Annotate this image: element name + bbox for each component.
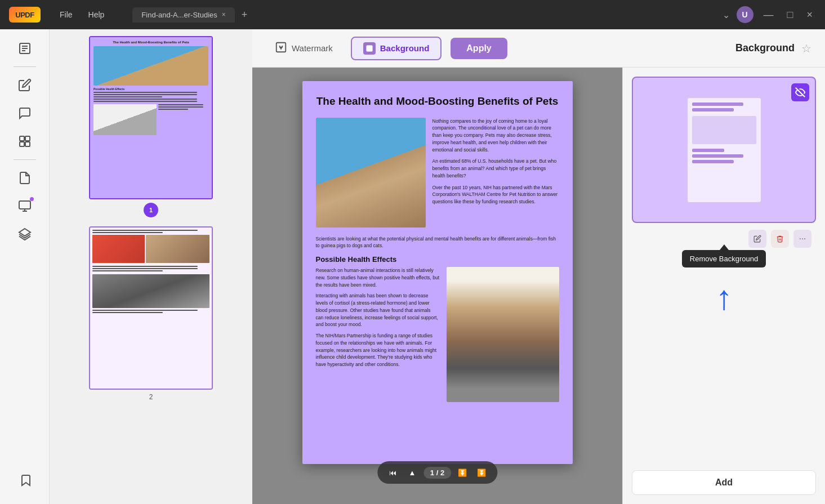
main-layout: The Health and Mood-Boosting Benefits of…: [0, 29, 825, 504]
svg-point-18: [804, 238, 805, 239]
pdf-viewer[interactable]: The Health and Mood-Boosting Benefits of…: [252, 68, 622, 504]
titlebar-right: ⌄ U — □ ×: [723, 6, 816, 23]
background-tool-label: Background: [380, 43, 430, 53]
svg-rect-6: [20, 142, 24, 146]
blue-arrow-container: ↑: [632, 281, 816, 466]
sidebar-bottom: [11, 468, 38, 497]
thumbnail-panel: The Health and Mood-Boosting Benefits of…: [50, 29, 252, 504]
watermark-tool-button[interactable]: Watermark: [266, 37, 342, 60]
sidebar-icon-tools[interactable]: [11, 194, 38, 218]
sidebar-divider-1: [14, 66, 36, 67]
apply-button[interactable]: Apply: [451, 38, 507, 59]
panel-title: Background: [735, 42, 795, 54]
svg-rect-14: [367, 45, 373, 51]
svg-rect-5: [25, 136, 30, 141]
pdf-bottom-row: Research on human-animal interactions is…: [316, 267, 559, 402]
blue-arrow-indicator: ↑: [716, 281, 733, 466]
delete-background-button[interactable]: [771, 230, 789, 248]
maximize-button[interactable]: □: [784, 8, 797, 22]
menu-bar: File Help: [54, 8, 110, 21]
thumb-image-1: [93, 46, 208, 86]
pdf-page-1: The Health and Mood-Boosting Benefits of…: [302, 81, 573, 464]
pdf-section-title: Possible Health Effects: [316, 255, 559, 264]
go-next-page-button[interactable]: ⏬: [454, 465, 470, 480]
sidebar-icon-bookmark[interactable]: [11, 468, 38, 493]
pdf-cat-image: [316, 118, 426, 228]
thumbnail-page-2[interactable]: 2: [56, 226, 246, 401]
watermark-label: Watermark: [292, 43, 333, 53]
go-last-page-button[interactable]: ⏬: [474, 465, 489, 480]
svg-rect-7: [25, 142, 30, 146]
pdf-scientists-text: Scientists are looking at what the poten…: [316, 235, 559, 250]
bg-preview-doc: [688, 98, 761, 202]
thumb-box-2[interactable]: [89, 226, 213, 390]
background-tool-button[interactable]: Background: [351, 37, 442, 60]
pdf-bottom-text: Research on human-animal interactions is…: [316, 267, 440, 402]
thumb-inner-2: [90, 228, 212, 389]
card-actions: [632, 228, 816, 250]
page-indicator[interactable]: 1 / 2: [423, 467, 451, 479]
thumb-inner-1: The Health and Mood-Boosting Benefits of…: [90, 37, 212, 198]
sidebar-icon-comment[interactable]: [11, 101, 38, 126]
edit-background-button[interactable]: [748, 230, 766, 248]
sidebar-icon-layers[interactable]: [11, 222, 38, 247]
pdf-page-title: The Health and Mood-Boosting Benefits of…: [316, 95, 559, 109]
background-tool-icon: [363, 42, 376, 55]
page-navigation: ⏮ ▲ 1 / 2 ⏬ ⏬: [377, 461, 497, 484]
menu-help[interactable]: Help: [83, 8, 110, 21]
thumb2-cat-img: [92, 274, 209, 308]
app-logo: UPDF: [9, 7, 41, 23]
toggle-visibility-button[interactable]: [791, 83, 809, 101]
background-preview-card: [632, 77, 816, 223]
svg-point-17: [802, 238, 803, 239]
tab-add-button[interactable]: +: [239, 9, 250, 21]
sidebar-icon-reader[interactable]: [11, 36, 38, 61]
thumb2-dog-img: [146, 235, 209, 263]
content-area: Watermark Background Apply Background ☆: [252, 29, 825, 504]
titlebar: UPDF File Help Find-and-A...er-Studies ×…: [0, 0, 825, 29]
menu-file[interactable]: File: [54, 8, 78, 21]
sidebar-icon-pages[interactable]: [11, 166, 38, 190]
watermark-icon: [275, 41, 287, 55]
go-first-page-button[interactable]: ⏮: [385, 465, 401, 480]
more-options-button[interactable]: [793, 230, 811, 248]
tab-label: Find-and-A...er-Studies: [141, 11, 217, 19]
thumb-box-1[interactable]: The Health and Mood-Boosting Benefits of…: [89, 36, 213, 199]
right-panel: Remove Background ↑ Add: [622, 68, 825, 504]
sidebar-icon-edit[interactable]: [11, 73, 38, 97]
tab-document[interactable]: Find-and-A...er-Studies ×: [132, 7, 234, 23]
window-dropdown-button[interactable]: ⌄: [723, 10, 730, 20]
svg-rect-8: [19, 201, 30, 209]
minimize-button[interactable]: —: [760, 8, 777, 22]
toolbar: Watermark Background Apply Background ☆: [252, 29, 825, 68]
add-background-button[interactable]: Add: [632, 470, 816, 495]
svg-rect-4: [20, 136, 24, 141]
user-avatar[interactable]: U: [737, 6, 753, 23]
left-sidebar: [0, 29, 50, 504]
page-badge-1: 1: [144, 203, 158, 217]
close-button[interactable]: ×: [803, 8, 816, 22]
pdf-text-block: Nothing compares to the joy of coming ho…: [432, 118, 559, 228]
svg-point-16: [800, 238, 801, 239]
favorite-star-button[interactable]: ☆: [801, 42, 811, 55]
sidebar-divider-2: [14, 159, 36, 160]
toolbar-right: Background ☆: [735, 42, 811, 55]
pdf-dog-cat-image: [447, 267, 559, 402]
thumbnail-page-1[interactable]: The Health and Mood-Boosting Benefits of…: [56, 36, 246, 217]
remove-background-tooltip: Remove Background: [682, 250, 766, 267]
sidebar-icon-organize[interactable]: [11, 129, 38, 154]
go-prev-page-button[interactable]: ▲: [404, 465, 420, 480]
tab-area: Find-and-A...er-Studies × +: [132, 7, 708, 23]
page-label-2: 2: [149, 393, 153, 401]
pdf-content-row: Nothing compares to the joy of coming ho…: [316, 118, 559, 228]
tab-close-button[interactable]: ×: [222, 11, 226, 19]
thumb2-red-img: [92, 235, 145, 263]
